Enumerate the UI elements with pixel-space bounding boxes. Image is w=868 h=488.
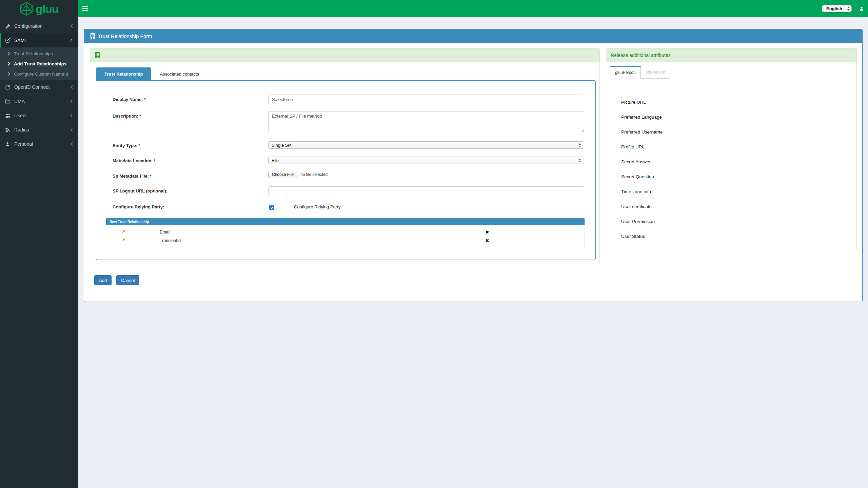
- release-attributes-title: Release additional attributes: [611, 53, 671, 58]
- release-attributes-panel: Release additional attributes gluuPerson…: [606, 48, 857, 250]
- metadata-location-label: Metadata Location:*: [113, 158, 262, 163]
- list-item[interactable]: Profile URL: [606, 139, 856, 154]
- sidebar-item-personal[interactable]: Personal: [0, 137, 78, 151]
- chevron-left-icon: [70, 24, 73, 28]
- chevron-right-icon: [7, 52, 10, 56]
- chevron-left-icon: [70, 38, 73, 42]
- language-select[interactable]: English: [822, 5, 852, 12]
- form-tabs: Trust Relationship Associated contacts: [96, 67, 208, 81]
- sidebar-item-label: SAML: [14, 38, 27, 43]
- sidebar-item-add-trust-relationships[interactable]: Add Trust Relationships: [0, 59, 78, 69]
- remove-attribute-icon[interactable]: ✖: [485, 230, 489, 235]
- configure-relying-party-label: Configure Relying Party:: [113, 204, 262, 209]
- sidebar-item-label: Users: [14, 113, 27, 118]
- released-attribute-name: TransientId: [160, 238, 181, 243]
- sidebar-item-label: OpenID Connect: [14, 84, 50, 90]
- new-trust-relationship-table: New Trust Relationship Email ✖ Transient…: [106, 218, 585, 249]
- display-name-input[interactable]: [268, 95, 584, 104]
- description-textarea[interactable]: External SP / File method: [268, 111, 584, 132]
- list-item[interactable]: User Status: [606, 229, 856, 244]
- logo-text: gluu: [36, 3, 59, 15]
- sp-metadata-file-input: Choose File no file selected: [268, 171, 328, 178]
- entity-type-select[interactable]: Single SP: [268, 141, 584, 149]
- building-icon: [90, 33, 95, 39]
- chevron-right-icon: [7, 72, 10, 76]
- metadata-location-select[interactable]: File: [268, 157, 584, 164]
- panel-heading: Trust Relationship Form: [84, 29, 862, 43]
- sidebar-item-label: UMA: [14, 99, 25, 104]
- list-item[interactable]: Secret Question: [606, 169, 856, 184]
- choose-file-button[interactable]: Choose File: [268, 171, 297, 178]
- sidebar-item-saml[interactable]: SAML: [0, 33, 78, 47]
- external-link-icon: [5, 85, 10, 90]
- tab-associated-contacts[interactable]: Associated contacts: [151, 67, 208, 81]
- sidebar-item-trust-relationships[interactable]: Trust Relationships: [0, 48, 78, 59]
- pushpin-icon[interactable]: [121, 238, 125, 243]
- list-item[interactable]: Preferred Username: [606, 124, 856, 139]
- select-stepper-icon: [578, 158, 581, 163]
- attribute-tabs: gluuPerson eduPerson: [610, 66, 670, 79]
- edit-icon: [5, 38, 10, 43]
- user-icon: [5, 142, 10, 147]
- page-title: Trust Relationship Form: [98, 33, 152, 39]
- chevron-right-icon: [7, 62, 10, 66]
- chevron-left-icon: [70, 99, 73, 103]
- trust-form-section: Trust Relationship Associated contacts D…: [90, 48, 600, 264]
- list-item[interactable]: User Permission: [606, 214, 856, 229]
- display-name-label: Display Name:*: [113, 97, 262, 102]
- cancel-button[interactable]: Cancel: [116, 275, 139, 285]
- list-item[interactable]: User certificate: [606, 199, 856, 214]
- configure-relying-party-checkbox-label[interactable]: Configure Relying Party: [294, 204, 340, 209]
- sp-logout-url-label: SP Logout URL (optional):: [113, 188, 262, 194]
- submenu-item-label: Trust Relationships: [14, 51, 53, 56]
- sidebar-item-configure-custom-nameid[interactable]: Configure Custom NameId: [0, 69, 78, 79]
- pushpin-icon[interactable]: [121, 230, 125, 234]
- configure-relying-party-checkbox[interactable]: [269, 205, 274, 210]
- chevron-left-icon: [70, 128, 73, 132]
- user-account-icon[interactable]: [859, 6, 864, 11]
- trust-relationship-form-panel: Trust Relationship Form Trust Relationsh…: [84, 29, 863, 302]
- gluu-logo[interactable]: gluu: [0, 0, 78, 17]
- building-icon-green: [95, 52, 100, 58]
- sidebar-item-uma[interactable]: UMA: [0, 94, 78, 108]
- sidebar-item-label: Configuration: [14, 23, 42, 29]
- tab-trust-relationship[interactable]: Trust Relationship: [96, 67, 151, 81]
- check-icon: [270, 206, 274, 209]
- sidebar-item-label: Personal: [14, 141, 33, 147]
- attribute-list: Picture URL Preferred Language Preferred…: [606, 95, 856, 244]
- list-item[interactable]: Time zone info: [606, 184, 856, 199]
- table-row: TransientId ✖: [106, 236, 585, 245]
- tab-gluuperson[interactable]: gluuPerson: [610, 66, 641, 79]
- users-icon: [5, 113, 11, 118]
- topbar: English: [78, 0, 868, 17]
- release-attributes-heading: Release additional attributes: [606, 48, 856, 62]
- new-trust-relationship-heading: New Trust Relationship: [106, 218, 585, 225]
- remove-attribute-icon[interactable]: ✖: [485, 238, 489, 243]
- add-button[interactable]: Add: [94, 275, 112, 285]
- sidebar-item-openid-connect[interactable]: OpenID Connect: [0, 80, 78, 94]
- sidebar-item-configuration[interactable]: Configuration: [0, 19, 78, 33]
- list-item[interactable]: Picture URL: [606, 95, 856, 109]
- tab-eduperson[interactable]: eduPerson: [641, 66, 670, 78]
- description-label: Description:*: [113, 114, 262, 119]
- released-attribute-name: Email: [160, 230, 170, 235]
- sidebar-item-radius[interactable]: Radius: [0, 123, 78, 137]
- chevron-left-icon: [70, 142, 73, 146]
- select-stepper-icon: [578, 143, 581, 147]
- rss-icon: [5, 127, 10, 133]
- saml-submenu: Trust Relationships Add Trust Relationsh…: [0, 47, 78, 80]
- sidebar-item-users[interactable]: Users: [0, 108, 78, 123]
- entity-type-label: Entity Type:*: [113, 143, 262, 148]
- select-stepper-icon: [847, 6, 850, 11]
- list-item[interactable]: Secret Answer: [606, 154, 856, 169]
- hamburger-menu-icon[interactable]: [82, 6, 88, 11]
- trust-form-section-heading: [90, 48, 599, 62]
- entity-type-selected-value: Single SP: [272, 143, 291, 148]
- sp-logout-url-input[interactable]: [268, 186, 584, 196]
- list-item[interactable]: Preferred Language: [606, 109, 856, 124]
- chevron-left-icon: [70, 114, 73, 118]
- trust-relationship-tab-content: Display Name:* Description:* External SP…: [96, 80, 596, 260]
- sidebar-item-label: Radius: [14, 127, 29, 133]
- footer-divider: [90, 271, 857, 271]
- table-row: Email ✖: [106, 228, 585, 236]
